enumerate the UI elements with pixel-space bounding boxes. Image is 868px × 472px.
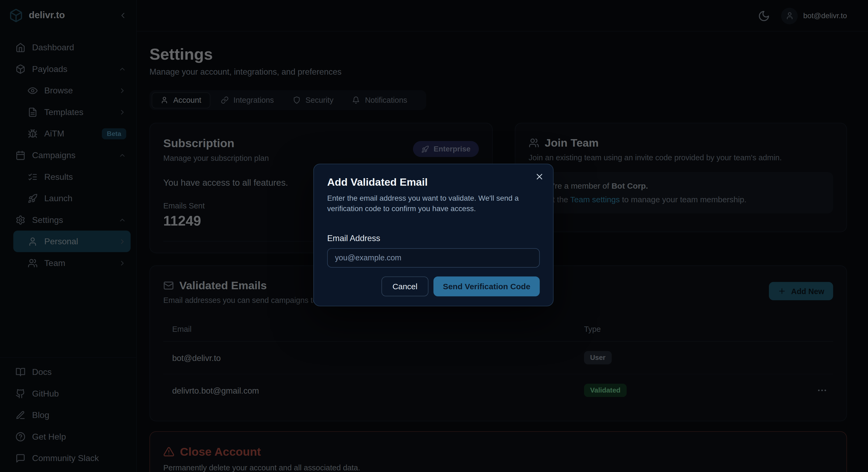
send-verification-code-button[interactable]: Send Verification Code <box>433 276 540 296</box>
email-address-label: Email Address <box>327 233 539 243</box>
email-input[interactable] <box>327 248 539 267</box>
modal-description: Enter the email address you want to vali… <box>327 194 522 214</box>
add-validated-email-modal: Add Validated Email Enter the email addr… <box>313 164 554 306</box>
app-root: bot@delivr.to delivr.to Dashboard Payloa… <box>0 0 868 472</box>
cancel-button[interactable]: Cancel <box>381 276 429 296</box>
modal-title: Add Validated Email <box>327 176 539 189</box>
modal-actions: Cancel Send Verification Code <box>327 276 539 296</box>
close-icon[interactable] <box>535 172 544 181</box>
